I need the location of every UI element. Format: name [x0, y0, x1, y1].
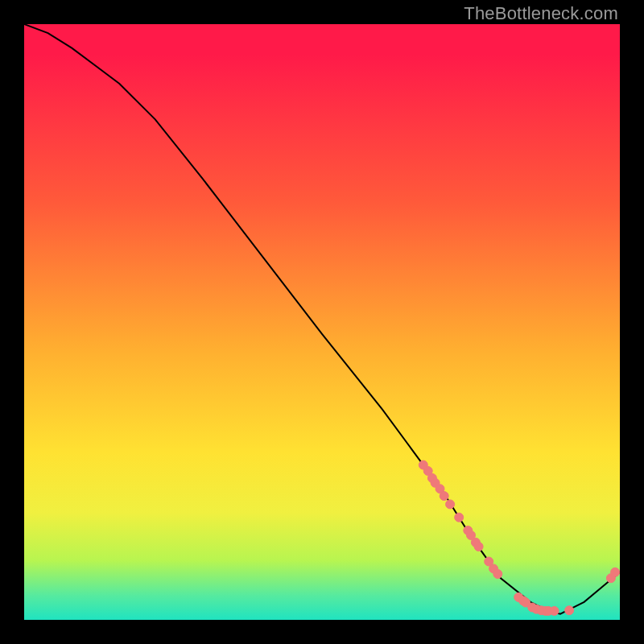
watermark-text: TheBottleneck.com — [464, 3, 618, 24]
dot-27 — [611, 568, 620, 576]
dot-25 — [565, 606, 574, 615]
dot-12 — [474, 543, 483, 551]
chart-frame: TheBottleneck.com — [0, 0, 644, 644]
plot-area — [24, 24, 620, 620]
curve-path — [24, 24, 620, 614]
dot-15 — [493, 570, 502, 579]
bottleneck-curve — [24, 24, 620, 614]
dot-24 — [550, 606, 559, 615]
dot-6 — [440, 492, 448, 501]
dot-8 — [455, 513, 464, 522]
dot-7 — [446, 500, 455, 509]
chart-svg — [24, 24, 620, 620]
